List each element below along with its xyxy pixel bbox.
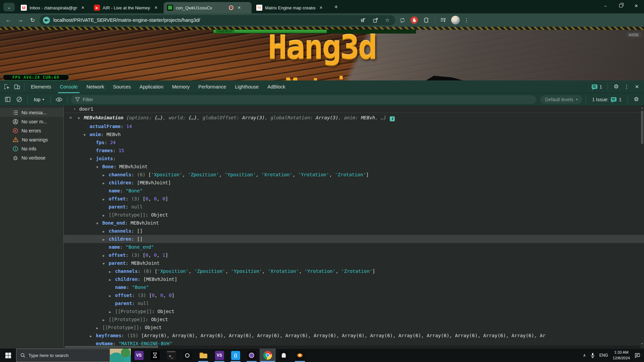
console-tree-row[interactable]: ▼joints: [64,155,644,163]
tab-search-button[interactable]: ⌄ [3,3,15,11]
reload-button[interactable]: ↻ [28,15,38,25]
eval-chevron-icon[interactable]: › [73,106,79,112]
microphone-icon[interactable] [591,353,595,358]
console-entry-door1[interactable]: ›door1 [64,106,644,113]
console-tree-row[interactable]: ▶channels: (6) ['Xposition', 'Zposition'… [64,267,644,275]
taskbar-app-lamp-app[interactable] [276,349,292,362]
expand-arrow-closed-icon[interactable]: ▶ [103,236,109,244]
tray-expand-icon[interactable]: ∧ [583,353,586,358]
console-tree-row[interactable]: ▶[[Prototype]]: Object [64,315,644,323]
console-tree-row[interactable]: ▶channels: (6) ['Xposition', 'Zposition'… [64,171,644,179]
console-filter-input[interactable]: Filter [71,95,537,104]
screen-capture-icon[interactable] [43,17,50,24]
weather-widget[interactable] [110,349,131,362]
expand-arrow-closed-icon[interactable]: ▶ [109,308,115,316]
taskbar-app-vs-code[interactable]: ⟨⟩ [227,349,244,362]
devtools-menu-icon[interactable]: ⋮ [623,83,631,90]
taskbar-app-chrome[interactable] [260,349,276,362]
expand-arrow-closed-icon[interactable]: ▶ [109,268,115,276]
new-tab-button[interactable]: + [331,3,341,11]
devtools-tab-memory[interactable]: Memory [168,80,194,93]
browser-menu-icon[interactable]: ⋮ [463,15,471,25]
tab-close-icon[interactable]: ✕ [236,5,242,11]
console-tree-row[interactable]: ▶offset: (3) [0, 0, 0] [64,195,644,203]
extensions-puzzle-icon[interactable] [421,15,431,25]
close-window-button[interactable]: ✕ [629,0,644,11]
devtools-settings-icon[interactable]: ⚙ [611,83,621,90]
console-tree-row[interactable]: ▶offset: (3) [0, 0, 0] [64,291,644,299]
expand-arrow-closed-icon[interactable]: ▶ [103,316,109,324]
start-button[interactable] [0,349,16,362]
console-horizontal-scrollbar[interactable] [64,346,640,348]
mute-icon[interactable] [359,16,368,24]
expand-arrow-closed-icon[interactable]: ▶ [90,332,96,340]
console-tree-row[interactable]: ▶[[Prototype]]: Object [64,211,644,219]
taskbar-app-file-explorer[interactable] [195,349,211,362]
console-tree-row[interactable]: ▶channels: [] [64,227,644,235]
console-tree-row[interactable]: ▼Bone: MEBvhJoint [64,163,644,171]
console-tree-row[interactable]: ▶children: [MEBvhJoint] [64,179,644,187]
url-text[interactable]: localhost/PRIVATE_SERVER/matrix-engine-s… [53,17,356,23]
expand-arrow-closed-icon[interactable]: ▶ [103,228,109,236]
tab-close-icon[interactable]: ✕ [153,5,159,11]
expand-arrow-closed-icon[interactable]: ▶ [96,324,102,332]
browser-tab-2[interactable]: ▶AIR - Live at the Niemeyer Spac✕ [91,2,162,13]
console-tree-row[interactable]: ▼anim: MEBvh [64,130,644,138]
console-vertical-scrollbar[interactable]: ▲ ▼ [640,106,644,346]
taskbar-app-visual-studio[interactable]: VS [131,349,147,362]
expand-arrow-open-icon[interactable]: ▼ [84,131,90,139]
devtools-tab-elements[interactable]: Elements [26,80,55,93]
live-expression-eye-icon[interactable] [54,95,64,104]
extension-refresh-icon[interactable] [397,15,407,25]
issues-counter[interactable]: 1 Issue: 1 [589,97,624,102]
game-viewport[interactable]: ENERGY Hang3d Matrix FPS AVG:28 CUR:69 H… [0,27,644,80]
devtools-tab-console[interactable]: Console [55,80,82,93]
minimize-button[interactable]: – [598,0,613,11]
expand-arrow-open-icon[interactable]: ▼ [90,155,96,163]
console-tree-row[interactable]: ▶[[Prototype]]: Object [64,323,644,331]
console-tree-row[interactable]: ▶offset: (3) [0, 0, 1] [64,251,644,259]
console-settings-icon[interactable]: ⚙ [631,96,641,103]
log-levels-dropdown[interactable]: Default levels▾ [540,95,582,104]
console-message-badge[interactable]: 1 [590,84,604,89]
share-icon[interactable] [371,16,380,24]
expand-arrow-closed-icon[interactable]: ▶ [103,171,109,179]
inspect-element-icon[interactable] [2,82,12,92]
taskbar-app-visual-studio-2[interactable]: VS [211,349,227,362]
sidebar-filter-noverbose[interactable]: No verbose [0,153,63,162]
console-tree-row[interactable]: frames: 15 [64,146,644,155]
clear-console-icon[interactable] [14,95,24,104]
object-info-icon[interactable]: i [390,116,395,121]
taskbar-app-hourglass-app[interactable] [147,349,163,362]
console-tree-row[interactable]: ▶keyframes: (15) [Array(6), Array(6), Ar… [64,331,644,340]
console-tree-row[interactable]: parent: null [64,203,644,211]
console-tree-row[interactable]: ▶children: [MEBvhJoint] [64,275,644,283]
expand-arrow-open-icon[interactable]: ▼ [96,163,102,171]
console-tree-row[interactable]: name: "Bone_end" [64,243,644,251]
console-tree-row[interactable]: «▼MEBvhAnimation {options: {…}, world: {… [64,113,644,122]
expand-arrow-open-icon[interactable]: ▼ [78,114,84,123]
taskbar-app-ring-app[interactable] [179,349,195,362]
tab-close-icon[interactable]: ✕ [318,5,324,11]
expand-arrow-closed-icon[interactable]: ▶ [109,276,115,284]
expand-arrow-open-icon[interactable]: ▼ [103,260,109,268]
devtools-close-icon[interactable]: ✕ [632,84,642,90]
taskbar-app-terminal[interactable]: >_ [163,349,179,362]
devtools-tab-application[interactable]: Application [135,80,168,93]
console-tree-row[interactable]: name: "Bone" [64,283,644,291]
console-tree-row[interactable]: parent: null [64,299,644,307]
devtools-tab-adblock[interactable]: AdBlock [263,80,289,93]
expand-arrow-closed-icon[interactable]: ▶ [103,252,109,260]
restore-button[interactable] [613,0,629,11]
taskbar-app-blender[interactable] [292,349,308,362]
language-indicator[interactable]: ENG [599,353,608,358]
clock[interactable]: 1:33 AM12/8/2024 [613,350,630,361]
tab-close-icon[interactable]: ✕ [80,5,86,11]
console-messages[interactable]: ›door1«▼MEBvhAnimation {options: {…}, wo… [64,106,644,348]
sidebar-filter-nowarnings[interactable]: No warnings [0,135,63,144]
console-tree-row[interactable]: ▼parent: MEBvhJoint [64,259,644,267]
sidebar-filter-nouserm[interactable]: No user m... [0,117,63,126]
sidebar-filter-noinfo[interactable]: No info [0,144,63,153]
expand-arrow-closed-icon[interactable]: ▶ [103,179,109,187]
devtools-tab-performance[interactable]: Performance [194,80,230,93]
